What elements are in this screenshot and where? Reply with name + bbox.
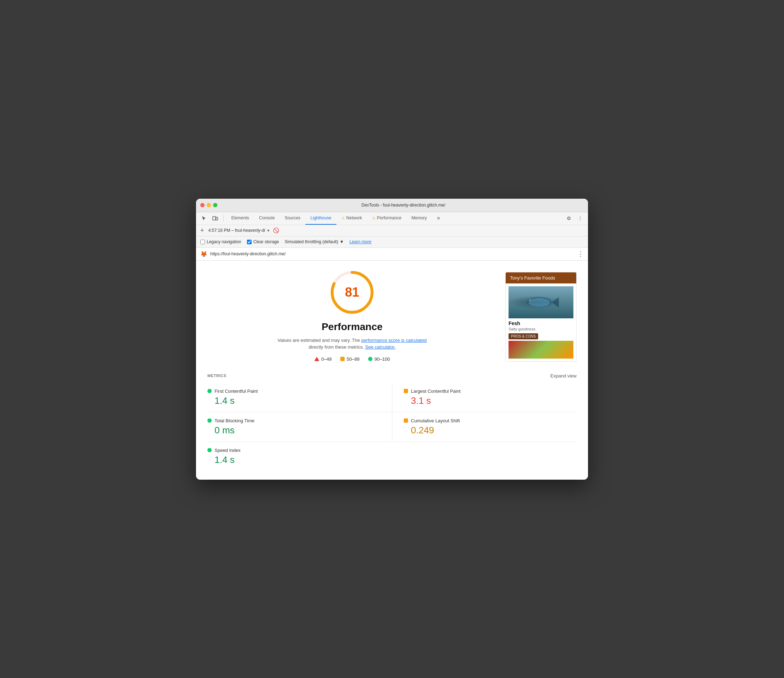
lcp-indicator [404, 389, 408, 393]
more-options-icon[interactable]: ⋮ [575, 213, 585, 223]
tab-performance[interactable]: ⚠ Performance [367, 212, 407, 225]
legacy-navigation-checkbox[interactable]: Legacy navigation [200, 239, 241, 244]
tab-memory[interactable]: Memory [407, 212, 432, 225]
tbt-indicator [207, 418, 212, 423]
window-title: DevTools - foul-heavenly-direction.glitc… [223, 203, 584, 208]
metric-lcp: Largest Contentful Paint 3.1 s [392, 383, 577, 412]
clear-session-icon[interactable]: 🚫 [273, 227, 279, 233]
preview-food-image-bottom [508, 341, 574, 359]
score-left: 81 Performance Values are estimated and … [207, 269, 497, 362]
square-icon [340, 357, 344, 361]
fcp-indicator [207, 389, 212, 393]
cursor-icon[interactable] [199, 213, 209, 223]
settings-icon[interactable]: ⚙ [564, 213, 574, 223]
legacy-nav-input[interactable] [200, 239, 205, 244]
circle-icon [368, 357, 373, 361]
main-content: 81 Performance Values are estimated and … [196, 261, 588, 480]
titlebar: DevTools - foul-heavenly-direction.glitc… [196, 199, 588, 212]
metric-lcp-label-row: Largest Contentful Paint [404, 389, 577, 394]
preview-card-header: Tony's Favorite Foods [506, 272, 576, 283]
clear-storage-checkbox[interactable]: Clear storage [247, 239, 279, 244]
throttle-select[interactable]: Simulated throttling (default) ▼ [285, 239, 344, 244]
perf-score-link[interactable]: performance score is calculated [362, 337, 427, 343]
si-indicator [207, 448, 212, 452]
legend-item-high: 90–100 [368, 356, 390, 362]
url-bar: 🦊 https://foul-heavenly-direction.glitch… [196, 248, 588, 261]
metric-fcp-label-row: First Contentful Paint [207, 389, 380, 394]
svg-marker-5 [552, 297, 559, 308]
cls-indicator [404, 418, 408, 423]
tab-console[interactable]: Console [254, 212, 280, 225]
metrics-section: METRICS Expand view First Contentful Pai… [207, 373, 577, 471]
score-value: 81 [345, 285, 359, 300]
si-value: 1.4 s [207, 454, 380, 465]
session-label: 4:57:16 PM – foul-heavenly-di ▼ [209, 228, 270, 233]
tbt-value: 0 ms [207, 425, 380, 436]
metrics-grid: First Contentful Paint 1.4 s Largest Con… [207, 383, 577, 471]
score-section: 81 Performance Values are estimated and … [207, 269, 577, 362]
more-tabs-button[interactable]: » [432, 212, 445, 225]
calculator-link[interactable]: See calculator. [365, 344, 396, 350]
clear-storage-input[interactable] [247, 239, 252, 244]
tab-nav: Elements Console Sources Lighthouse ⚠ Ne… [226, 212, 445, 225]
svg-rect-1 [216, 217, 218, 220]
cls-label: Cumulative Layout Shift [411, 418, 460, 423]
metric-cls: Cumulative Layout Shift 0.249 [392, 412, 577, 442]
metric-si: Speed Index 1.4 s [207, 442, 392, 471]
metrics-header: METRICS Expand view [207, 373, 577, 378]
fcp-value: 1.4 s [207, 395, 380, 406]
lcp-label: Largest Contentful Paint [411, 389, 460, 394]
devtools-window: DevTools - foul-heavenly-direction.glitc… [196, 199, 588, 480]
svg-rect-0 [213, 216, 216, 220]
cls-value: 0.249 [404, 425, 577, 436]
toolbar-right: ⚙ ⋮ [564, 213, 585, 223]
throttle-dropdown-icon: ▼ [340, 239, 344, 244]
metric-si-label-row: Speed Index [207, 448, 380, 453]
metric-tbt-label-row: Total Blocking Time [207, 418, 380, 423]
food-description: Salty goodness [508, 327, 574, 331]
triangle-icon [314, 357, 319, 361]
si-label: Speed Index [215, 448, 240, 453]
score-description: Values are estimated and may vary. The p… [277, 337, 427, 351]
preview-card-body: Fesh Salty goodness PROS & CONS [506, 283, 576, 361]
toolbar-divider [223, 215, 223, 222]
tab-lighthouse[interactable]: Lighthouse [305, 212, 337, 225]
pros-cons-button[interactable]: PROS & CONS [508, 333, 538, 339]
preview-food-image [508, 286, 574, 318]
tab-network[interactable]: ⚠ Network [337, 212, 367, 225]
devtools-tab-bar: Elements Console Sources Lighthouse ⚠ Ne… [196, 212, 588, 225]
session-dropdown-icon[interactable]: ▼ [267, 229, 270, 233]
add-session-button[interactable]: + [199, 227, 206, 234]
fcp-label: First Contentful Paint [215, 389, 258, 394]
tab-sources[interactable]: Sources [280, 212, 305, 225]
tab-elements[interactable]: Elements [226, 212, 254, 225]
url-text: https://foul-heavenly-direction.glitch.m… [210, 251, 574, 257]
learn-more-link[interactable]: Learn more [349, 239, 371, 244]
metric-tbt: Total Blocking Time 0 ms [207, 412, 392, 442]
legend-item-low: 0–49 [314, 356, 332, 362]
page-icon: 🦊 [200, 251, 207, 257]
lcp-value: 3.1 s [404, 395, 577, 406]
close-light[interactable] [200, 203, 204, 207]
metric-cls-label-row: Cumulative Layout Shift [404, 418, 577, 423]
maximize-light[interactable] [213, 203, 217, 207]
options-toolbar: Legacy navigation Clear storage Simulate… [196, 236, 588, 248]
expand-view-button[interactable]: Expand view [550, 373, 577, 378]
minimize-light[interactable] [207, 203, 211, 207]
score-legend: 0–49 50–89 90–100 [314, 356, 390, 362]
food-name: Fesh [508, 320, 574, 326]
performance-warning-icon: ⚠ [372, 216, 376, 221]
score-title: Performance [321, 321, 382, 333]
tbt-label: Total Blocking Time [215, 418, 254, 423]
score-circle: 81 [329, 269, 375, 316]
metric-fcp: First Contentful Paint 1.4 s [207, 383, 392, 412]
url-more-icon[interactable]: ⋮ [577, 250, 584, 258]
legend-item-mid: 50–89 [340, 356, 360, 362]
traffic-lights [200, 203, 217, 207]
device-toggle-icon[interactable] [210, 213, 220, 223]
session-toolbar: + 4:57:16 PM – foul-heavenly-di ▼ 🚫 [196, 225, 588, 236]
preview-card: Tony's Favorite Foods [505, 272, 577, 362]
metrics-section-title: METRICS [207, 373, 226, 378]
network-warning-icon: ⚠ [341, 216, 345, 221]
